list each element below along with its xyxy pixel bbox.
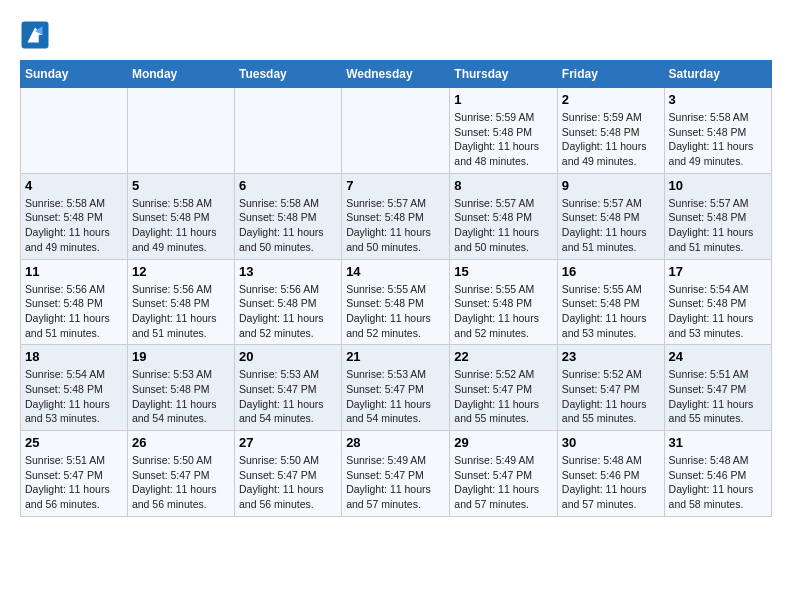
calendar-body: 1Sunrise: 5:59 AM Sunset: 5:48 PM Daylig… xyxy=(21,88,772,517)
calendar-cell: 26Sunrise: 5:50 AM Sunset: 5:47 PM Dayli… xyxy=(127,431,234,517)
day-info: Sunrise: 5:52 AM Sunset: 5:47 PM Dayligh… xyxy=(562,367,660,426)
day-number: 14 xyxy=(346,264,445,279)
calendar-cell: 25Sunrise: 5:51 AM Sunset: 5:47 PM Dayli… xyxy=(21,431,128,517)
calendar-cell: 3Sunrise: 5:58 AM Sunset: 5:48 PM Daylig… xyxy=(664,88,771,174)
day-number: 28 xyxy=(346,435,445,450)
day-number: 24 xyxy=(669,349,767,364)
day-number: 18 xyxy=(25,349,123,364)
calendar-cell: 21Sunrise: 5:53 AM Sunset: 5:47 PM Dayli… xyxy=(342,345,450,431)
day-number: 2 xyxy=(562,92,660,107)
calendar-cell: 28Sunrise: 5:49 AM Sunset: 5:47 PM Dayli… xyxy=(342,431,450,517)
day-number: 19 xyxy=(132,349,230,364)
day-number: 16 xyxy=(562,264,660,279)
calendar-table: SundayMondayTuesdayWednesdayThursdayFrid… xyxy=(20,60,772,517)
page-header xyxy=(20,20,772,50)
day-number: 13 xyxy=(239,264,337,279)
day-info: Sunrise: 5:59 AM Sunset: 5:48 PM Dayligh… xyxy=(562,110,660,169)
day-number: 31 xyxy=(669,435,767,450)
calendar-cell: 7Sunrise: 5:57 AM Sunset: 5:48 PM Daylig… xyxy=(342,173,450,259)
day-number: 21 xyxy=(346,349,445,364)
calendar-cell: 20Sunrise: 5:53 AM Sunset: 5:47 PM Dayli… xyxy=(234,345,341,431)
day-number: 29 xyxy=(454,435,553,450)
day-info: Sunrise: 5:57 AM Sunset: 5:48 PM Dayligh… xyxy=(346,196,445,255)
calendar-cell xyxy=(127,88,234,174)
day-info: Sunrise: 5:55 AM Sunset: 5:48 PM Dayligh… xyxy=(562,282,660,341)
day-info: Sunrise: 5:56 AM Sunset: 5:48 PM Dayligh… xyxy=(239,282,337,341)
week-row-4: 18Sunrise: 5:54 AM Sunset: 5:48 PM Dayli… xyxy=(21,345,772,431)
day-number: 11 xyxy=(25,264,123,279)
day-info: Sunrise: 5:56 AM Sunset: 5:48 PM Dayligh… xyxy=(132,282,230,341)
calendar-cell xyxy=(342,88,450,174)
day-number: 7 xyxy=(346,178,445,193)
day-info: Sunrise: 5:59 AM Sunset: 5:48 PM Dayligh… xyxy=(454,110,553,169)
day-info: Sunrise: 5:55 AM Sunset: 5:48 PM Dayligh… xyxy=(346,282,445,341)
calendar-cell: 16Sunrise: 5:55 AM Sunset: 5:48 PM Dayli… xyxy=(557,259,664,345)
calendar-cell: 6Sunrise: 5:58 AM Sunset: 5:48 PM Daylig… xyxy=(234,173,341,259)
day-info: Sunrise: 5:55 AM Sunset: 5:48 PM Dayligh… xyxy=(454,282,553,341)
day-number: 17 xyxy=(669,264,767,279)
day-number: 3 xyxy=(669,92,767,107)
day-number: 23 xyxy=(562,349,660,364)
calendar-cell: 23Sunrise: 5:52 AM Sunset: 5:47 PM Dayli… xyxy=(557,345,664,431)
day-info: Sunrise: 5:51 AM Sunset: 5:47 PM Dayligh… xyxy=(25,453,123,512)
calendar-cell: 13Sunrise: 5:56 AM Sunset: 5:48 PM Dayli… xyxy=(234,259,341,345)
calendar-cell: 1Sunrise: 5:59 AM Sunset: 5:48 PM Daylig… xyxy=(450,88,558,174)
day-number: 1 xyxy=(454,92,553,107)
day-info: Sunrise: 5:58 AM Sunset: 5:48 PM Dayligh… xyxy=(239,196,337,255)
calendar-cell: 9Sunrise: 5:57 AM Sunset: 5:48 PM Daylig… xyxy=(557,173,664,259)
day-info: Sunrise: 5:58 AM Sunset: 5:48 PM Dayligh… xyxy=(25,196,123,255)
day-info: Sunrise: 5:49 AM Sunset: 5:47 PM Dayligh… xyxy=(346,453,445,512)
calendar-cell: 31Sunrise: 5:48 AM Sunset: 5:46 PM Dayli… xyxy=(664,431,771,517)
calendar-cell: 8Sunrise: 5:57 AM Sunset: 5:48 PM Daylig… xyxy=(450,173,558,259)
day-number: 30 xyxy=(562,435,660,450)
calendar-cell: 15Sunrise: 5:55 AM Sunset: 5:48 PM Dayli… xyxy=(450,259,558,345)
day-info: Sunrise: 5:52 AM Sunset: 5:47 PM Dayligh… xyxy=(454,367,553,426)
logo xyxy=(20,20,54,50)
weekday-tuesday: Tuesday xyxy=(234,61,341,88)
day-info: Sunrise: 5:57 AM Sunset: 5:48 PM Dayligh… xyxy=(562,196,660,255)
calendar-cell: 2Sunrise: 5:59 AM Sunset: 5:48 PM Daylig… xyxy=(557,88,664,174)
weekday-thursday: Thursday xyxy=(450,61,558,88)
weekday-friday: Friday xyxy=(557,61,664,88)
calendar-header: SundayMondayTuesdayWednesdayThursdayFrid… xyxy=(21,61,772,88)
calendar-cell: 10Sunrise: 5:57 AM Sunset: 5:48 PM Dayli… xyxy=(664,173,771,259)
day-info: Sunrise: 5:56 AM Sunset: 5:48 PM Dayligh… xyxy=(25,282,123,341)
day-info: Sunrise: 5:58 AM Sunset: 5:48 PM Dayligh… xyxy=(669,110,767,169)
weekday-row: SundayMondayTuesdayWednesdayThursdayFrid… xyxy=(21,61,772,88)
week-row-5: 25Sunrise: 5:51 AM Sunset: 5:47 PM Dayli… xyxy=(21,431,772,517)
day-number: 10 xyxy=(669,178,767,193)
day-info: Sunrise: 5:53 AM Sunset: 5:47 PM Dayligh… xyxy=(239,367,337,426)
day-number: 20 xyxy=(239,349,337,364)
day-info: Sunrise: 5:50 AM Sunset: 5:47 PM Dayligh… xyxy=(239,453,337,512)
calendar-cell: 11Sunrise: 5:56 AM Sunset: 5:48 PM Dayli… xyxy=(21,259,128,345)
day-info: Sunrise: 5:54 AM Sunset: 5:48 PM Dayligh… xyxy=(669,282,767,341)
day-info: Sunrise: 5:50 AM Sunset: 5:47 PM Dayligh… xyxy=(132,453,230,512)
weekday-sunday: Sunday xyxy=(21,61,128,88)
calendar-cell: 18Sunrise: 5:54 AM Sunset: 5:48 PM Dayli… xyxy=(21,345,128,431)
day-number: 27 xyxy=(239,435,337,450)
day-number: 8 xyxy=(454,178,553,193)
calendar-cell xyxy=(234,88,341,174)
calendar-cell: 24Sunrise: 5:51 AM Sunset: 5:47 PM Dayli… xyxy=(664,345,771,431)
day-number: 5 xyxy=(132,178,230,193)
week-row-1: 1Sunrise: 5:59 AM Sunset: 5:48 PM Daylig… xyxy=(21,88,772,174)
day-number: 9 xyxy=(562,178,660,193)
day-number: 4 xyxy=(25,178,123,193)
day-info: Sunrise: 5:53 AM Sunset: 5:48 PM Dayligh… xyxy=(132,367,230,426)
day-number: 15 xyxy=(454,264,553,279)
weekday-wednesday: Wednesday xyxy=(342,61,450,88)
calendar-cell: 29Sunrise: 5:49 AM Sunset: 5:47 PM Dayli… xyxy=(450,431,558,517)
calendar-cell: 17Sunrise: 5:54 AM Sunset: 5:48 PM Dayli… xyxy=(664,259,771,345)
day-info: Sunrise: 5:48 AM Sunset: 5:46 PM Dayligh… xyxy=(562,453,660,512)
day-number: 26 xyxy=(132,435,230,450)
day-info: Sunrise: 5:57 AM Sunset: 5:48 PM Dayligh… xyxy=(669,196,767,255)
day-number: 12 xyxy=(132,264,230,279)
day-info: Sunrise: 5:51 AM Sunset: 5:47 PM Dayligh… xyxy=(669,367,767,426)
day-number: 25 xyxy=(25,435,123,450)
day-info: Sunrise: 5:54 AM Sunset: 5:48 PM Dayligh… xyxy=(25,367,123,426)
calendar-cell: 27Sunrise: 5:50 AM Sunset: 5:47 PM Dayli… xyxy=(234,431,341,517)
calendar-cell: 22Sunrise: 5:52 AM Sunset: 5:47 PM Dayli… xyxy=(450,345,558,431)
calendar-cell: 5Sunrise: 5:58 AM Sunset: 5:48 PM Daylig… xyxy=(127,173,234,259)
calendar-cell: 4Sunrise: 5:58 AM Sunset: 5:48 PM Daylig… xyxy=(21,173,128,259)
day-number: 22 xyxy=(454,349,553,364)
